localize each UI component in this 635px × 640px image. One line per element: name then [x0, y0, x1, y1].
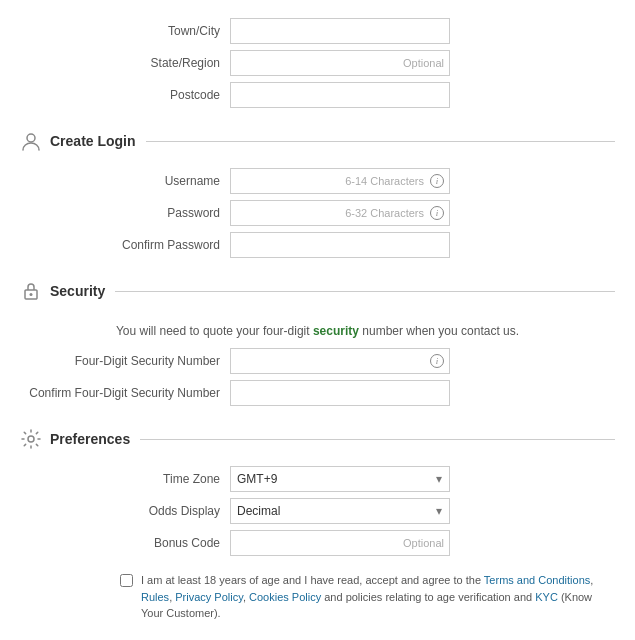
bonus-code-label: Bonus Code — [20, 536, 230, 550]
confirm-four-digit-row: Confirm Four-Digit Security Number — [0, 380, 635, 406]
create-login-section-header: Create Login — [0, 122, 635, 160]
time-zone-select[interactable]: GMT-12GMT-11GMT-10 GMT-9GMT-8GMT-7 GMT-6… — [230, 466, 450, 492]
preferences-icon — [20, 428, 42, 450]
security-info-text: You will need to quote your four-digit s… — [0, 318, 635, 348]
four-digit-input-wrapper: i — [230, 348, 450, 374]
security-divider — [115, 291, 615, 292]
password-row: Password 6-32 Characters i — [0, 200, 635, 226]
rules-link[interactable]: Rules — [141, 591, 169, 603]
username-label: Username — [20, 174, 230, 188]
preferences-divider — [140, 439, 615, 440]
username-row: Username 6-14 Characters i — [0, 168, 635, 194]
terms-conditions-link[interactable]: Terms and Conditions — [484, 574, 590, 586]
confirm-four-digit-input[interactable] — [230, 380, 450, 406]
confirm-four-digit-input-wrapper — [230, 380, 450, 406]
postcode-input[interactable] — [230, 82, 450, 108]
password-label: Password — [20, 206, 230, 220]
confirm-password-input[interactable] — [230, 232, 450, 258]
state-region-label: State/Region — [20, 56, 230, 70]
preferences-section-header: Preferences — [0, 420, 635, 458]
svg-point-3 — [28, 436, 34, 442]
preferences-title: Preferences — [50, 431, 130, 447]
state-region-input[interactable] — [230, 50, 450, 76]
registration-form: Town/City State/Region Optional Postcode… — [0, 0, 635, 640]
username-input-wrapper: 6-14 Characters i — [230, 168, 450, 194]
state-region-input-wrapper: Optional — [230, 50, 450, 76]
four-digit-input[interactable] — [230, 348, 450, 374]
postcode-label: Postcode — [20, 88, 230, 102]
security-title: Security — [50, 283, 105, 299]
kyc-link[interactable]: KYC — [535, 591, 558, 603]
confirm-password-input-wrapper — [230, 232, 450, 258]
town-city-input[interactable] — [230, 18, 450, 44]
odds-display-select-wrapper: Decimal Fractional American ▾ — [230, 498, 450, 524]
security-icon — [20, 280, 42, 302]
svg-point-2 — [30, 293, 33, 296]
confirm-password-row: Confirm Password — [0, 232, 635, 258]
odds-display-label: Odds Display — [20, 504, 230, 518]
odds-display-select[interactable]: Decimal Fractional American — [230, 498, 450, 524]
username-info-icon[interactable]: i — [430, 174, 444, 188]
state-region-row: State/Region Optional — [0, 50, 635, 76]
create-login-divider — [146, 141, 615, 142]
create-login-title: Create Login — [50, 133, 136, 149]
confirm-four-digit-label: Confirm Four-Digit Security Number — [20, 386, 230, 400]
security-section-header: Security — [0, 272, 635, 310]
security-highlight: security — [313, 324, 359, 338]
time-zone-label: Time Zone — [20, 472, 230, 486]
postcode-input-wrapper — [230, 82, 450, 108]
postcode-row: Postcode — [0, 82, 635, 108]
join-button-row: Join bet365 — [0, 632, 635, 641]
four-digit-row: Four-Digit Security Number i — [0, 348, 635, 374]
bonus-code-row: Bonus Code Optional — [0, 530, 635, 556]
password-info-icon[interactable]: i — [430, 206, 444, 220]
four-digit-label: Four-Digit Security Number — [20, 354, 230, 368]
cookies-policy-link[interactable]: Cookies Policy — [249, 591, 321, 603]
town-city-label: Town/City — [20, 24, 230, 38]
four-digit-info-icon[interactable]: i — [430, 354, 444, 368]
password-input-wrapper: 6-32 Characters i — [230, 200, 450, 226]
bonus-code-input[interactable] — [230, 530, 450, 556]
terms-row: I am at least 18 years of age and I have… — [0, 562, 635, 632]
odds-display-row: Odds Display Decimal Fractional American… — [0, 498, 635, 524]
svg-point-0 — [27, 134, 35, 142]
username-input[interactable] — [230, 168, 450, 194]
privacy-policy-link[interactable]: Privacy Policy — [175, 591, 243, 603]
password-input[interactable] — [230, 200, 450, 226]
time-zone-select-wrapper: GMT-12GMT-11GMT-10 GMT-9GMT-8GMT-7 GMT-6… — [230, 466, 450, 492]
bonus-code-input-wrapper: Optional — [230, 530, 450, 556]
create-login-icon — [20, 130, 42, 152]
confirm-password-label: Confirm Password — [20, 238, 230, 252]
terms-checkbox[interactable] — [120, 574, 133, 587]
time-zone-row: Time Zone GMT-12GMT-11GMT-10 GMT-9GMT-8G… — [0, 466, 635, 492]
terms-text: I am at least 18 years of age and I have… — [141, 572, 615, 622]
town-city-input-wrapper — [230, 18, 450, 44]
town-city-row: Town/City — [0, 18, 635, 44]
